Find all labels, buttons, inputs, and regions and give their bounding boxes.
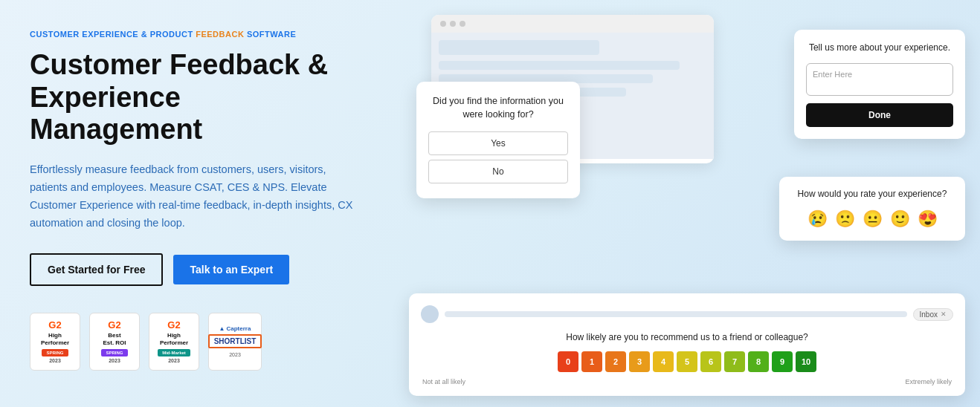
eyebrow: CUSTOMER EXPERIENCE & PRODUCT FEEDBACK S… <box>30 30 357 39</box>
survey1-no-button[interactable]: No <box>428 160 568 183</box>
inbox-badge: Inbox ✕ <box>913 308 953 321</box>
cta-row: Get Started for Free Talk to an Expert <box>30 253 357 286</box>
badge-best-roi: G2 BestEst. ROI SPRING 2023 <box>89 313 140 371</box>
emoji-5[interactable]: 😍 <box>918 209 938 229</box>
nps-num-2[interactable]: 2 <box>605 351 626 372</box>
capterra-shortlist: SHORTLIST <box>208 334 262 348</box>
browser-dot-3 <box>460 21 465 27</box>
badge-title-3: HighPerformer <box>160 332 188 346</box>
g2-logo-3: G2 <box>167 319 180 331</box>
survey-card-4: Inbox ✕ How likely are you to recommend … <box>409 293 965 396</box>
left-panel: CUSTOMER EXPERIENCE & PRODUCT FEEDBACK S… <box>0 0 387 407</box>
survey-card-2: Tell us more about your experience. Ente… <box>794 30 965 139</box>
inbox-close-icon[interactable]: ✕ <box>941 310 947 318</box>
emoji-4[interactable]: 🙂 <box>890 209 910 229</box>
browser-dot-1 <box>440 21 446 27</box>
capterra-label: Capterra <box>227 325 251 332</box>
nps-num-10[interactable]: 10 <box>796 351 816 372</box>
badges-row: G2 HighPerformer SPRING 2023 G2 BestEst.… <box>30 313 357 371</box>
capterra-header: ▲ Capterra <box>219 325 251 332</box>
page-wrapper: CUSTOMER EXPERIENCE & PRODUCT FEEDBACK S… <box>0 0 980 407</box>
emoji-1[interactable]: 😢 <box>807 209 828 229</box>
survey-card-1: Did you find the information you were lo… <box>416 82 580 198</box>
badge-year-2: 2023 <box>109 358 120 363</box>
nps-num-1[interactable]: 1 <box>581 351 602 372</box>
browser-bar <box>431 15 714 33</box>
survey2-input[interactable]: Enter Here <box>806 63 953 96</box>
survey2-title: Tell us more about your experience. <box>806 42 953 54</box>
badge-title-2: BestEst. ROI <box>103 332 126 346</box>
badge-year-1: 2023 <box>49 358 61 363</box>
badge-high-performer: G2 HighPerformer SPRING 2023 <box>30 313 80 371</box>
nps-label-right: Extremely likely <box>905 378 952 385</box>
survey1-question: Did you find the information you were lo… <box>428 95 568 121</box>
nps-label-left: Not at all likely <box>422 378 465 385</box>
badge-high-performer-mid: G2 HighPerformer Mid-Market 2023 <box>149 313 199 371</box>
nps-num-0[interactable]: 0 <box>558 351 578 372</box>
capterra-badge: ▲ Capterra SHORTLIST 2023 <box>208 313 262 371</box>
inbox-line <box>445 311 907 317</box>
main-heading: Customer Feedback &Experience Management <box>30 49 357 146</box>
badge-ribbon-1: SPRING <box>42 349 68 356</box>
nps-num-6[interactable]: 6 <box>700 351 721 372</box>
eyebrow-text-1: CUSTOMER EXPERIENCE & PRODUCT <box>30 30 196 39</box>
nps-num-9[interactable]: 9 <box>772 351 793 372</box>
right-panel: Did you find the information you were lo… <box>387 0 980 407</box>
badge-title-1: HighPerformer <box>41 332 69 346</box>
nps-num-4[interactable]: 4 <box>653 351 674 372</box>
capterra-year: 2023 <box>229 352 241 357</box>
emoji-row: 😢 🙁 😐 🙂 😍 <box>791 209 953 229</box>
description: Effortlessly measure feedback from custo… <box>30 161 357 232</box>
inbox-label: Inbox <box>920 310 938 319</box>
badge-ribbon-3: Mid-Market <box>158 349 190 356</box>
nps-scale: 012345678910 <box>421 351 953 372</box>
browser-dot-2 <box>450 21 456 27</box>
survey2-done-button[interactable]: Done <box>806 103 953 127</box>
nps-labels: Not at all likely Extremely likely <box>421 378 953 385</box>
survey1-yes-button[interactable]: Yes <box>428 131 568 155</box>
inbox-bar: Inbox ✕ <box>421 305 953 323</box>
survey3-title: How would you rate your experience? <box>791 189 953 199</box>
badge-ribbon-2: SPRING <box>101 349 127 356</box>
g2-logo-1: G2 <box>48 319 61 331</box>
g2-logo-2: G2 <box>108 319 120 331</box>
eyebrow-text-3: SOFTWARE <box>244 30 296 39</box>
survey-card-3: How would you rate your experience? 😢 🙁 … <box>779 177 965 241</box>
nps-num-7[interactable]: 7 <box>724 351 745 372</box>
badge-year-3: 2023 <box>168 358 180 363</box>
emoji-2[interactable]: 🙁 <box>835 209 855 229</box>
eyebrow-text-2: FEEDBACK <box>196 30 244 39</box>
nps-question: How likely are you to recommend us to a … <box>421 332 953 342</box>
nps-num-3[interactable]: 3 <box>629 351 650 372</box>
talk-to-expert-button[interactable]: Talk to an Expert <box>173 255 289 284</box>
nps-num-5[interactable]: 5 <box>677 351 697 372</box>
nps-num-8[interactable]: 8 <box>748 351 769 372</box>
get-started-button[interactable]: Get Started for Free <box>30 253 163 286</box>
inbox-avatar <box>421 305 439 323</box>
emoji-3[interactable]: 😐 <box>863 209 883 229</box>
